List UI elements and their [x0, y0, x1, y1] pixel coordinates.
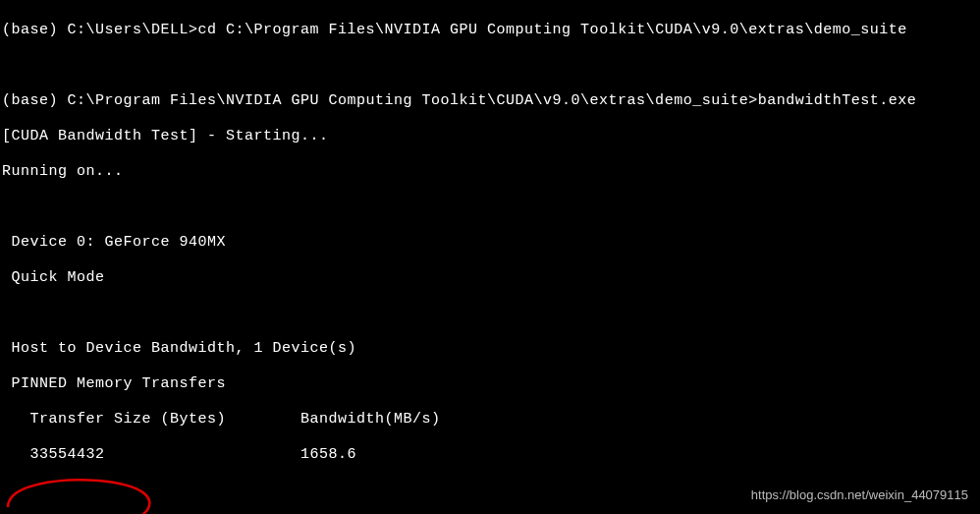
- output-line: [CUDA Bandwidth Test] - Starting...: [2, 128, 980, 145]
- table-header: Transfer Size (Bytes) Bandwidth(MB/s): [2, 411, 980, 428]
- terminal-output: (base) C:\Users\DELL>cd C:\Program Files…: [0, 0, 980, 514]
- blank-line: [2, 305, 980, 322]
- prompt-path: C:\Users\DELL>: [68, 22, 198, 38]
- command-text: cd C:\Program Files\NVIDIA GPU Computing…: [198, 22, 907, 38]
- prompt-line: (base) C:\Program Files\NVIDIA GPU Compu…: [2, 92, 980, 110]
- mode-line: Quick Mode: [2, 269, 980, 287]
- section-mem: PINNED Memory Transfers: [2, 375, 980, 393]
- table-row: 33554432 1658.6: [2, 446, 980, 464]
- prompt-env: (base): [2, 92, 58, 109]
- prompt-path: C:\Program Files\NVIDIA GPU Computing To…: [68, 92, 758, 109]
- blank-line: [2, 199, 980, 216]
- output-line: Running on...: [2, 163, 980, 181]
- device-line: Device 0: GeForce 940MX: [2, 234, 980, 252]
- prompt-line: (base) C:\Users\DELL>cd C:\Program Files…: [2, 22, 980, 39]
- watermark-text: https://blog.csdn.net/weixin_44079115: [751, 486, 968, 504]
- command-text: bandwidthTest.exe: [758, 92, 917, 109]
- section-title: Host to Device Bandwidth, 1 Device(s): [2, 340, 980, 358]
- blank-line: [2, 57, 980, 75]
- prompt-env: (base): [2, 22, 58, 38]
